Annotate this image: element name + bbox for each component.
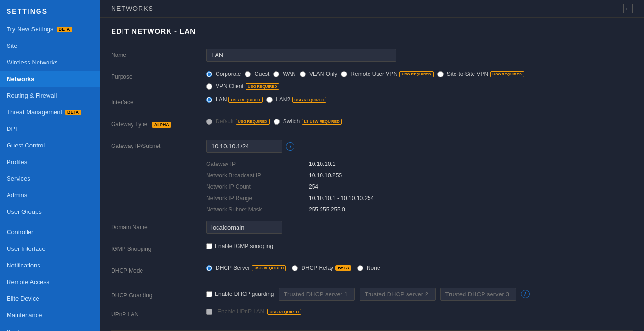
interface-control: LAN USG REQUIRED LAN2 USG REQUIRED [206,96,633,103]
dhcp-none-radio[interactable] [357,265,363,271]
purpose-vpn-client-radio[interactable] [206,83,212,90]
sidebar-item-notifications[interactable]: Notifications [0,257,100,274]
dhcp-server-radio[interactable] [206,265,212,271]
trusted-server-2-input[interactable] [360,288,436,301]
sidebar-item-label: Backup [7,328,27,331]
beta-badge: BETA [65,110,81,115]
purpose-wan-radio[interactable] [273,71,279,77]
usg-badge: USG REQUIRED [228,97,263,103]
upnp-checkbox-label[interactable]: Enable UPnP LAN USG REQUIRED [206,308,301,315]
interface-lan[interactable]: LAN USG REQUIRED [206,96,263,103]
sidebar-item-wireless-networks[interactable]: Wireless Networks [0,54,100,71]
interface-lan2[interactable]: LAN2 USG REQUIRED [266,96,326,103]
ip-details: Gateway IP 10.10.10.1 Network Broadcast … [206,159,374,214]
dhcp-server-option[interactable]: DHCP Server USG REQUIRED [206,265,286,271]
igmp-row: IGMP Snooping Enable IGMP snooping [111,243,633,258]
igmp-control: Enable IGMP snooping [206,243,633,249]
interface-lan-radio[interactable] [206,97,212,103]
upnp-row: UPnP LAN Enable UPnP LAN USG REQUIRED [111,308,633,323]
gateway-type-label: Gateway Type ALPHA [111,118,206,128]
broadcast-key: Network Broadcast IP [206,171,301,180]
sidebar-item-controller[interactable]: Controller [0,224,100,240]
trusted-server-3-input[interactable] [440,288,516,301]
sidebar: SETTINGS Try New Settings BETA Site Wire… [0,0,100,331]
sidebar-item-try-new-settings[interactable]: Try New Settings BETA [0,21,100,37]
purpose-site-vpn-radio[interactable] [437,71,444,77]
sidebar-item-profiles[interactable]: Profiles [0,154,100,170]
purpose-guest[interactable]: Guest [245,71,269,77]
sidebar-item-elite-device[interactable]: Elite Device [0,290,100,307]
domain-name-input[interactable] [206,221,282,234]
purpose-vlan-only[interactable]: VLAN Only [300,71,337,77]
expand-icon[interactable]: □ [623,4,633,13]
purpose-corporate-radio[interactable] [206,71,212,77]
alpha-badge: ALPHA [152,122,171,128]
trusted-server-1-input[interactable] [279,288,355,301]
gateway-ip-key: Gateway IP [206,159,301,169]
l3-badge: L3 USW REQUIRED [302,119,342,125]
sidebar-item-remote-access[interactable]: Remote Access [0,274,100,290]
igmp-checkbox[interactable] [206,243,212,249]
sidebar-item-maintenance[interactable]: Maintenance [0,307,100,323]
gateway-ip-val: 10.10.10.1 [309,159,374,169]
gateway-default-radio[interactable] [206,119,212,125]
sidebar-item-label: Guest Control [7,142,45,149]
purpose-remote-user-vpn[interactable]: Remote User VPN USG REQUIRED [341,71,434,77]
sidebar-item-services[interactable]: Services [0,170,100,187]
info-icon[interactable]: i [286,142,294,151]
name-label: Name [111,49,206,58]
dhcp-mode-row: DHCP Mode DHCP Server USG REQUIRED DHCP … [111,265,633,280]
sidebar-item-label: Maintenance [7,312,42,319]
beta-badge: BETA [335,265,351,271]
interface-row: Interface LAN USG REQUIRED LAN2 USG REQU… [111,96,633,111]
gateway-ip-input[interactable] [206,140,282,153]
dhcp-guarding-checkbox[interactable] [206,291,212,297]
dhcp-relay-radio[interactable] [292,265,298,271]
gateway-type-switch[interactable]: Switch L3 USW REQUIRED [274,118,342,125]
dhcp-none-option[interactable]: None [357,265,380,271]
gateway-type-row: Gateway Type ALPHA Default USG REQUIRED … [111,118,633,133]
dhcp-relay-option[interactable]: DHCP Relay BETA [292,265,351,271]
dhcp-guarding-info-icon[interactable]: i [521,290,530,298]
dhcp-guarding-checkbox-label[interactable]: Enable DHCP guarding [206,291,274,297]
content-area: EDIT NETWORK - LAN Name Purpose Corporat… [100,18,644,331]
purpose-wan[interactable]: WAN [273,71,296,77]
gateway-type-default[interactable]: Default USG REQUIRED [206,118,270,125]
upnp-checkbox[interactable] [206,309,212,315]
sidebar-item-label: User Interface [7,245,46,252]
sidebar-item-label: Networks [7,75,35,83]
gateway-input-row: i [206,140,294,153]
sidebar-item-dpi[interactable]: DPI [0,120,100,137]
purpose-vlan-radio[interactable] [300,71,306,77]
domain-name-control [206,221,633,234]
sidebar-item-user-interface[interactable]: User Interface [0,240,100,257]
gateway-switch-radio[interactable] [274,119,280,125]
purpose-guest-radio[interactable] [245,71,251,77]
sidebar-item-user-groups[interactable]: User Groups [0,203,100,220]
section-title: EDIT NETWORK - LAN [111,27,633,40]
sidebar-item-site[interactable]: Site [0,37,100,54]
usg-badge: USG REQUIRED [267,309,302,315]
sidebar-item-guest-control[interactable]: Guest Control [0,137,100,154]
subnet-mask-key: Network Subnet Mask [206,205,301,214]
domain-name-label: Domain Name [111,221,206,230]
sidebar-item-label: Threat Management [7,109,62,116]
name-row: Name [111,49,633,64]
usg-badge: USG REQUIRED [236,119,270,125]
subnet-mask-val: 255.255.255.0 [309,205,374,214]
purpose-corporate[interactable]: Corporate [206,71,241,77]
purpose-vpn-client[interactable]: VPN Client USG REQUIRED [206,83,279,90]
ip-range-key: Network IP Range [206,193,301,203]
name-input[interactable] [206,49,396,62]
igmp-checkbox-label[interactable]: Enable IGMP snooping [206,243,273,249]
sidebar-item-label: Admins [7,192,27,199]
sidebar-item-backup[interactable]: Backup [0,323,100,331]
purpose-remote-vpn-radio[interactable] [341,71,347,77]
purpose-site-to-site-vpn[interactable]: Site-to-Site VPN USG REQUIRED [437,71,524,77]
sidebar-item-threat-management[interactable]: Threat Management BETA [0,104,100,120]
sidebar-item-label: Controller [7,229,33,236]
interface-lan2-radio[interactable] [266,97,273,103]
sidebar-item-admins[interactable]: Admins [0,187,100,203]
sidebar-item-networks[interactable]: Networks [0,71,100,87]
sidebar-item-routing-firewall[interactable]: Routing & Firewall [0,87,100,104]
